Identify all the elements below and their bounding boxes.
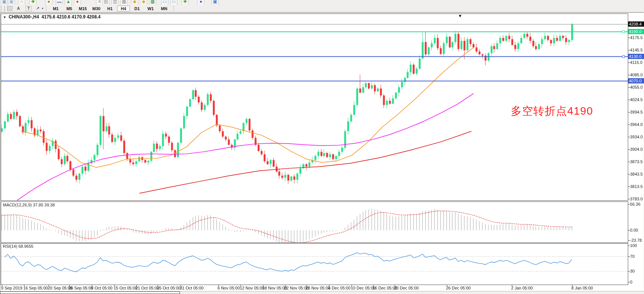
time-axis-label: 31 Oct 05:00 <box>180 286 204 290</box>
time-axis-label: 16 Dec 05:00 <box>373 286 397 290</box>
time-axis-label: 16 Sep 05:00 <box>23 286 48 290</box>
scrollbar-thumb[interactable] <box>0 291 180 294</box>
time-axis-label: 9 Oct 05:00 <box>91 286 113 290</box>
symbol-period: CHINA300-,H4 <box>9 14 39 20</box>
time-axis-label: 2 Jan 05:00 <box>511 286 533 290</box>
macd-axis-label: -23.78 <box>630 238 642 242</box>
level-4070-tag: 4070.0 <box>628 78 644 83</box>
horizontal-scrollbar[interactable] <box>0 291 644 294</box>
macd-indicator-label: MACD(12,26,9) 37.85 39.38 <box>3 203 55 207</box>
time-axis-label: 26 Dec 05:00 <box>446 286 470 290</box>
chart-canvas[interactable] <box>0 0 644 294</box>
level-4130-tag: 4130.0 <box>628 54 644 59</box>
macd-axis-label: 0.00 <box>630 228 638 232</box>
time-axis-label: 20 Dec 05:00 <box>394 286 419 290</box>
price-axis-label: 3813.5 <box>630 184 643 189</box>
time-axis-label: 12 Nov 05:00 <box>240 286 264 290</box>
time-axis-label: 18 Nov 05:00 <box>262 286 287 290</box>
rsi-axis-label: 100 <box>630 243 637 248</box>
time-axis-label: 22 Nov 05:00 <box>284 286 309 290</box>
annotation-text[interactable]: 多空转折点4190 <box>511 104 593 119</box>
time-axis-label: 9 Sep 2019 <box>1 286 22 290</box>
time-axis-label: 4 Dec 05:00 <box>328 286 350 290</box>
price-axis-label: 4024.5 <box>630 97 643 102</box>
chart-title: ▼CHINA300-,H4 4175.6 4210.6 4170.9 4208.… <box>3 14 100 20</box>
macd-axis-label: 56.36 <box>630 202 641 206</box>
time-axis-label: 26 Sep 05:00 <box>69 286 93 290</box>
price-axis-label: 3843.5 <box>630 172 643 176</box>
down-arrow-marker[interactable]: ▼ <box>458 14 462 18</box>
time-axis-label: 15 Oct 05:00 <box>114 286 137 290</box>
price-axis-label: 3994.5 <box>630 110 643 114</box>
time-axis-label: 25 Oct 05:00 <box>157 286 181 290</box>
time-axis-label: 10 Dec 05:00 <box>351 286 375 290</box>
price-axis-label: 3904.0 <box>630 147 643 152</box>
price-axis-label: 4145.5 <box>630 48 643 52</box>
level-4190-tag: 4190.0 <box>628 29 644 34</box>
mt4-terminal: ▣▣○✚●▬▲●≡▤▥▦◆◆▦▭▭✚●▣ A T ↗ ▾ M1M5M15M30H… <box>0 0 644 294</box>
price-axis-label: 3964.0 <box>630 122 643 127</box>
price-axis-label: 4055.0 <box>630 85 643 89</box>
rsi-indicator-label: RSI(14) 68.9655 <box>3 244 33 249</box>
time-axis-label: 8 Jan 05:00 <box>571 286 593 290</box>
ohlc-values: 4175.6 4210.6 4170.9 4208.4 <box>41 14 100 20</box>
rsi-axis-label: 0 <box>630 280 632 284</box>
price-axis-label: 3783.0 <box>630 197 643 201</box>
time-axis-label: 21 Oct 05:00 <box>135 286 159 290</box>
price-axis-label: 4175.5 <box>630 35 643 40</box>
price-axis-label: 3934.0 <box>630 135 643 139</box>
time-axis-label: 28 Nov 05:00 <box>306 286 330 290</box>
price-axis-label: 3873.5 <box>630 159 643 164</box>
current-price-tag: 4208.4 <box>628 21 644 27</box>
price-axis-label: 4085.0 <box>630 73 643 77</box>
rsi-axis-label: 30 <box>630 269 635 273</box>
rsi-axis-label: 70 <box>630 254 635 259</box>
time-axis-label: 6 Nov 05:00 <box>218 286 240 290</box>
chart-dropdown-icon[interactable]: ▼ <box>3 15 6 19</box>
price-axis-label: 4115.0 <box>630 60 642 65</box>
